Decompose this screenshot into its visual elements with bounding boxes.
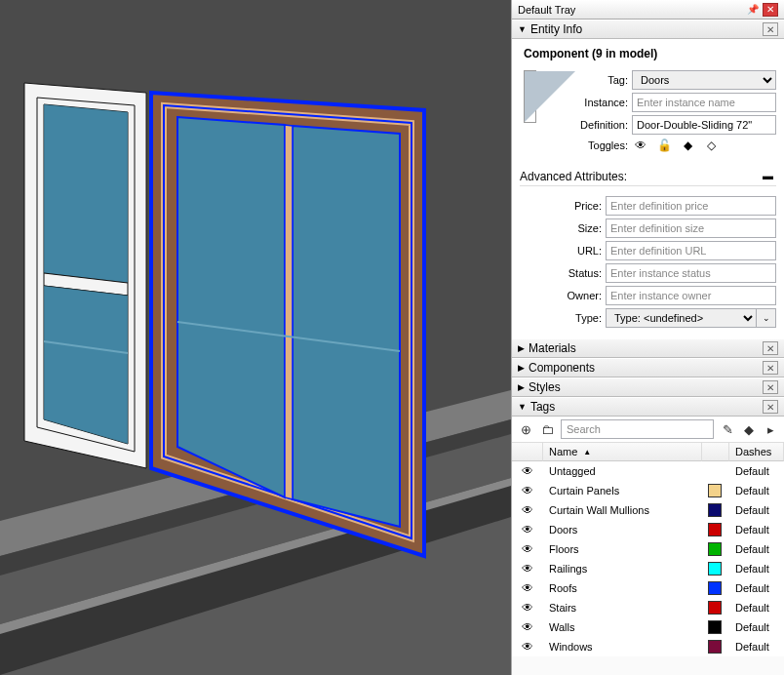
tag-row[interactable]: 👁DoorsDefault — [512, 520, 784, 539]
tag-dashes[interactable]: Default — [729, 602, 784, 614]
tag-color-swatch[interactable] — [702, 542, 729, 556]
tag-color-swatch[interactable] — [702, 484, 729, 497]
pin-icon[interactable]: 📌 — [746, 3, 760, 17]
close-panel-icon[interactable]: ✕ — [763, 400, 778, 414]
definition-input[interactable] — [632, 115, 776, 135]
tag-row[interactable]: 👁UntaggedDefault — [512, 461, 784, 481]
tag-dashes[interactable]: Default — [729, 543, 784, 555]
chevron-right-icon: ▶ — [518, 343, 525, 353]
close-panel-icon[interactable]: ✕ — [763, 22, 778, 36]
tag-row[interactable]: 👁WindowsDefault — [512, 637, 784, 656]
viewport-scene — [0, 0, 511, 675]
tag-color-swatch[interactable] — [702, 562, 729, 576]
advanced-attributes-title: Advanced Attributes: — [520, 170, 627, 183]
tags-search-input[interactable] — [561, 419, 714, 439]
shadow-receive-icon[interactable]: ◇ — [702, 138, 720, 153]
component-thumbnail[interactable] — [524, 70, 536, 123]
tag-row[interactable]: 👁StairsDefault — [512, 598, 784, 617]
price-input[interactable] — [606, 196, 776, 216]
visibility-icon[interactable]: 👁 — [512, 581, 543, 595]
tags-list[interactable]: 👁UntaggedDefault👁Curtain PanelsDefault👁C… — [512, 461, 784, 656]
toggles-group: 👁 🔓 ◆ ◇ — [632, 138, 720, 153]
col-color[interactable] — [702, 443, 729, 461]
tag-row[interactable]: 👁RoofsDefault — [512, 578, 784, 598]
size-input[interactable] — [606, 218, 776, 238]
tag-name: Roofs — [543, 582, 702, 594]
visibility-icon[interactable]: 👁 — [512, 562, 543, 576]
filter-tags-icon[interactable]: ◆ — [741, 421, 757, 437]
tag-row[interactable]: 👁RailingsDefault — [512, 559, 784, 578]
shadow-cast-icon[interactable]: ◆ — [679, 138, 696, 153]
panel-title: Styles — [529, 380, 561, 394]
tag-name: Untagged — [543, 465, 702, 477]
panel-header-components[interactable]: ▶ Components ✕ — [512, 358, 784, 377]
close-panel-icon[interactable]: ✕ — [763, 341, 778, 355]
close-tray-icon[interactable]: ✕ — [763, 3, 778, 17]
tag-dashes[interactable]: Default — [729, 465, 784, 477]
tag-row[interactable]: 👁Curtain Wall MullionsDefault — [512, 500, 784, 520]
add-tag-icon[interactable]: ⊕ — [518, 421, 533, 437]
tag-name: Doors — [543, 524, 702, 536]
visibility-toggle-icon[interactable]: 👁 — [632, 138, 649, 153]
type-select[interactable]: Type: <undefined> — [606, 308, 757, 328]
tag-name: Curtain Wall Mullions — [543, 504, 702, 516]
status-input[interactable] — [606, 263, 776, 283]
instance-input[interactable] — [632, 93, 776, 112]
tag-color-swatch[interactable] — [702, 640, 729, 654]
tag-row[interactable]: 👁FloorsDefault — [512, 539, 784, 559]
label-owner: Owner: — [520, 290, 606, 301]
tag-color-swatch[interactable] — [702, 523, 729, 536]
model-viewport[interactable] — [0, 0, 511, 675]
visibility-icon[interactable]: 👁 — [512, 542, 543, 556]
tag-color-swatch[interactable] — [702, 581, 729, 595]
visibility-icon[interactable]: 👁 — [512, 620, 543, 634]
col-visibility[interactable] — [512, 443, 543, 461]
tag-name: Windows — [543, 641, 702, 653]
tag-dashes[interactable]: Default — [729, 641, 784, 653]
entity-info-body: Component (9 in model) Tag: Doors Instan… — [512, 39, 784, 338]
panel-header-entity-info[interactable]: ▼ Entity Info ✕ — [512, 20, 784, 39]
panel-header-tags[interactable]: ▼ Tags ✕ — [512, 397, 784, 417]
col-name[interactable]: Name ▲ — [543, 443, 702, 461]
close-panel-icon[interactable]: ✕ — [763, 361, 778, 375]
visibility-icon[interactable]: 👁 — [512, 601, 543, 615]
tag-name: Curtain Panels — [543, 485, 702, 496]
owner-input[interactable] — [606, 286, 776, 305]
tags-menu-icon[interactable]: ▸ — [763, 421, 778, 437]
tray-title-bar[interactable]: Default Tray 📌 ✕ — [512, 0, 784, 20]
tag-color-swatch[interactable] — [702, 503, 729, 517]
advanced-menu-icon[interactable]: ▬ — [763, 170, 776, 183]
visibility-icon[interactable]: 👁 — [512, 503, 543, 517]
tag-dashes[interactable]: Default — [729, 485, 784, 496]
visibility-icon[interactable]: 👁 — [512, 464, 543, 478]
tag-row[interactable]: 👁Curtain PanelsDefault — [512, 481, 784, 500]
close-panel-icon[interactable]: ✕ — [763, 380, 778, 394]
add-tag-folder-icon[interactable]: 🗀 — [539, 421, 555, 437]
visibility-icon[interactable]: 👁 — [512, 484, 543, 497]
visibility-icon[interactable]: 👁 — [512, 640, 543, 654]
svg-marker-22 — [293, 126, 400, 527]
tag-name: Stairs — [543, 602, 702, 614]
panel-header-styles[interactable]: ▶ Styles ✕ — [512, 377, 784, 397]
tag-row[interactable]: 👁WallsDefault — [512, 617, 784, 637]
visibility-icon[interactable]: 👁 — [512, 523, 543, 536]
type-dropdown-icon[interactable]: ⌄ — [757, 308, 776, 328]
tag-dashes[interactable]: Default — [729, 563, 784, 575]
tag-color-swatch[interactable] — [702, 620, 729, 634]
panel-header-materials[interactable]: ▶ Materials ✕ — [512, 338, 784, 358]
tag-dashes[interactable]: Default — [729, 504, 784, 516]
tag-tool-icon[interactable]: ✎ — [720, 421, 735, 437]
label-toggles: Toggles: — [544, 139, 632, 151]
tag-dashes[interactable]: Default — [729, 524, 784, 536]
tag-select[interactable]: Doors — [632, 70, 776, 90]
tag-color-swatch[interactable] — [702, 601, 729, 615]
tag-dashes[interactable]: Default — [729, 582, 784, 594]
tag-dashes[interactable]: Default — [729, 621, 784, 633]
tag-name: Railings — [543, 563, 702, 575]
entity-heading: Component (9 in model) — [524, 47, 776, 60]
tag-name: Floors — [543, 543, 702, 555]
url-input[interactable] — [606, 241, 776, 260]
lock-toggle-icon[interactable]: 🔓 — [655, 138, 673, 153]
col-dashes[interactable]: Dashes — [729, 443, 784, 461]
panel-title: Tags — [530, 400, 555, 414]
